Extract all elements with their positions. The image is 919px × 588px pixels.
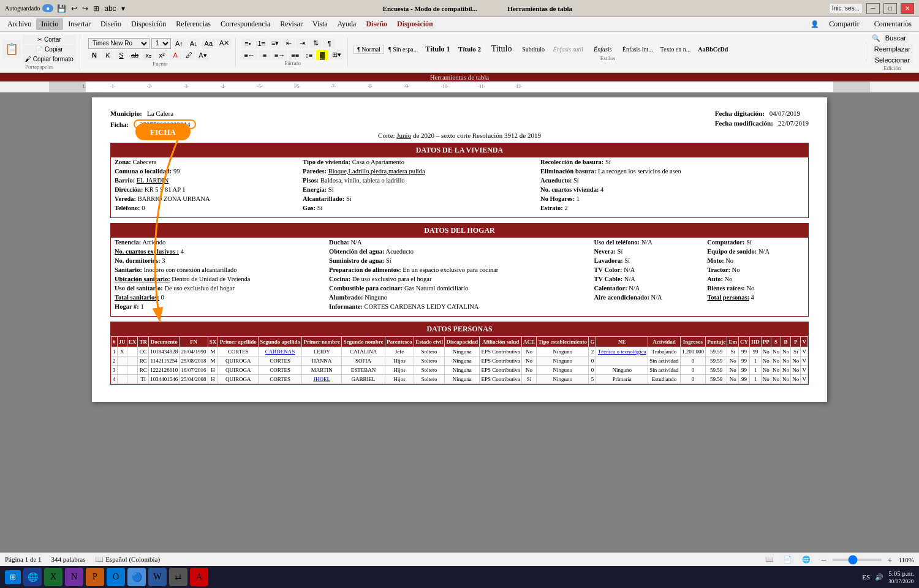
font-color-button[interactable]: A	[169, 50, 181, 60]
minimize-button[interactable]: ─	[866, 3, 880, 14]
alumbrado-label: Alumbrado:	[329, 294, 363, 301]
uso-telefono-value: N/A	[641, 239, 652, 246]
status-bar: Página 1 de 1 344 palabras 📖 Español (Co…	[0, 552, 919, 564]
tr-cell: RC	[138, 366, 149, 375]
hogar-header: DATOS DEL HOGAR	[111, 224, 808, 238]
pegar-button[interactable]: 📋	[2, 40, 21, 58]
justify-button[interactable]: ≡≡	[289, 50, 301, 60]
clear-format-button[interactable]: A✕	[217, 38, 232, 48]
shading-button[interactable]: ▓	[316, 50, 328, 60]
align-center-button[interactable]: ≡	[259, 50, 271, 60]
grow-font-button[interactable]: A↑	[173, 39, 186, 48]
strikethrough-button[interactable]: ab	[129, 50, 141, 60]
copiar-formato-button[interactable]: 🖌 Copiar formato	[23, 55, 76, 64]
menu-revisar[interactable]: Revisar	[275, 18, 308, 30]
menu-archivo[interactable]: Archivo	[2, 18, 36, 30]
estrato-value: 2	[564, 205, 567, 211]
save-button[interactable]: 💾	[56, 3, 67, 14]
v-cell: V	[801, 356, 808, 366]
pilcrow-button[interactable]: ¶	[323, 39, 335, 48]
menu-diseno2[interactable]: Diseño	[361, 18, 392, 30]
undo-button[interactable]: ↩	[70, 3, 78, 14]
inic-ses-button[interactable]: Inic. ses...	[829, 3, 863, 13]
segundo-apellido-cell: CORTES	[258, 375, 301, 384]
comentarios-button[interactable]: Comentarios	[869, 18, 917, 30]
alcantarillado-label: Alcantarillado:	[303, 195, 344, 202]
menu-disposicion[interactable]: Disposición	[126, 18, 171, 30]
primer-apellido-cell: QUIROGA	[218, 356, 259, 366]
format-button[interactable]: ⊞	[92, 3, 100, 14]
menu-disposicion2[interactable]: Disposición	[392, 18, 438, 30]
menu-correspondencia[interactable]: Correspondencia	[216, 18, 275, 30]
col-p: P	[791, 337, 801, 347]
style-titulo1[interactable]: Título 1	[422, 43, 453, 55]
style-texto-en[interactable]: Texto en n...	[657, 45, 694, 54]
print-layout-button[interactable]: 📄	[781, 554, 795, 564]
menu-insertar[interactable]: Insertar	[63, 18, 96, 30]
style-aabbccdd[interactable]: AaBbCcDd	[695, 45, 731, 54]
telefono-label: Teléfono:	[115, 205, 140, 211]
align-left-button[interactable]: ≡←	[241, 50, 257, 60]
italic-button[interactable]: K	[102, 50, 114, 60]
menu-inicio[interactable]: Inicio	[36, 18, 63, 30]
documento-cell: 1222126610	[148, 366, 179, 375]
compartir-button[interactable]: Compartir	[824, 18, 864, 30]
seleccionar-button[interactable]: Seleccionar	[872, 55, 913, 65]
zoom-in-button[interactable]: +	[884, 555, 896, 565]
bullets-button[interactable]: ≡•	[241, 39, 254, 48]
superscript-button[interactable]: x²	[156, 50, 168, 60]
line-spacing-button[interactable]: ↕≡	[303, 50, 315, 60]
style-titulo2[interactable]: Título 2	[455, 44, 485, 54]
font-case-button[interactable]: Aa	[202, 39, 215, 48]
redo-button[interactable]: ↪	[81, 3, 89, 14]
increase-indent-button[interactable]: ⇥	[296, 38, 308, 48]
zoom-control[interactable]: ─ + 110%	[818, 555, 914, 565]
style-enfasis-int[interactable]: Énfasis int...	[619, 45, 656, 54]
customize-button[interactable]: ▾	[120, 3, 126, 14]
discapacidad-cell: Ninguna	[445, 356, 480, 366]
cortar-button[interactable]: ✂ Cortar	[23, 35, 76, 44]
zoom-slider[interactable]	[833, 559, 882, 561]
energia-value: Sí	[328, 186, 334, 193]
style-enfasis-sutil[interactable]: Énfasis sutil	[550, 45, 586, 54]
buscar-button[interactable]: Buscar	[883, 33, 909, 43]
style-subtitulo[interactable]: Subtítulo	[518, 45, 549, 54]
multilevel-list-button[interactable]: ≡▾	[269, 38, 281, 48]
reemplazar-button[interactable]: Reemplazar	[872, 44, 913, 54]
close-button[interactable]: ✕	[901, 3, 914, 14]
subscript-button[interactable]: x₂	[142, 50, 154, 61]
style-enfasis[interactable]: Énfasis	[588, 45, 618, 54]
maximize-button[interactable]: □	[883, 3, 897, 14]
read-mode-button[interactable]: 📖	[763, 554, 776, 564]
sx-cell: M	[208, 347, 218, 356]
underline-button[interactable]: S	[115, 50, 127, 60]
font-size-selector[interactable]: 1	[151, 38, 171, 49]
bold-button[interactable]: N	[88, 50, 100, 60]
style-titulo[interactable]: Titulo	[486, 43, 517, 55]
borders-button[interactable]: ⊞▾	[330, 50, 344, 60]
discapacidad-cell: Ninguna	[445, 366, 480, 375]
col-puntaje: Puntaje	[706, 337, 727, 347]
portapapeles-label: Portapapeles	[2, 64, 76, 70]
fn-cell: 25/08/2018	[180, 356, 208, 366]
autosave-toggle[interactable]: ●	[42, 4, 53, 12]
style-normal[interactable]: ¶ Normal	[354, 45, 384, 54]
align-right-button[interactable]: ≡→	[272, 50, 287, 60]
quick-access-toolbar[interactable]: Autoguardado ● 💾 ↩ ↪ ⊞ abc ▾	[5, 3, 126, 14]
style-sin-esp[interactable]: ¶ Sin espa...	[385, 45, 421, 54]
font-selector[interactable]: Times New Ro	[88, 38, 149, 49]
sort-button[interactable]: ⇅	[309, 38, 322, 48]
copiar-button[interactable]: 📄 Copiar	[23, 45, 76, 54]
menu-referencias[interactable]: Referencias	[171, 18, 216, 30]
decrease-indent-button[interactable]: ⇤	[282, 38, 295, 48]
shrink-font-button[interactable]: A↓	[187, 39, 200, 48]
font-shading-button[interactable]: A▾	[196, 50, 209, 61]
highlight-button[interactable]: 🖊	[183, 50, 195, 60]
web-layout-button[interactable]: 🌐	[800, 554, 813, 564]
zoom-out-button[interactable]: ─	[818, 555, 830, 565]
numbered-list-button[interactable]: 1≡	[255, 39, 268, 48]
abc-button[interactable]: abc	[103, 3, 117, 14]
menu-ayuda[interactable]: Ayuda	[333, 18, 361, 30]
menu-diseno[interactable]: Diseño	[96, 18, 126, 30]
menu-vista[interactable]: Vista	[308, 18, 333, 30]
